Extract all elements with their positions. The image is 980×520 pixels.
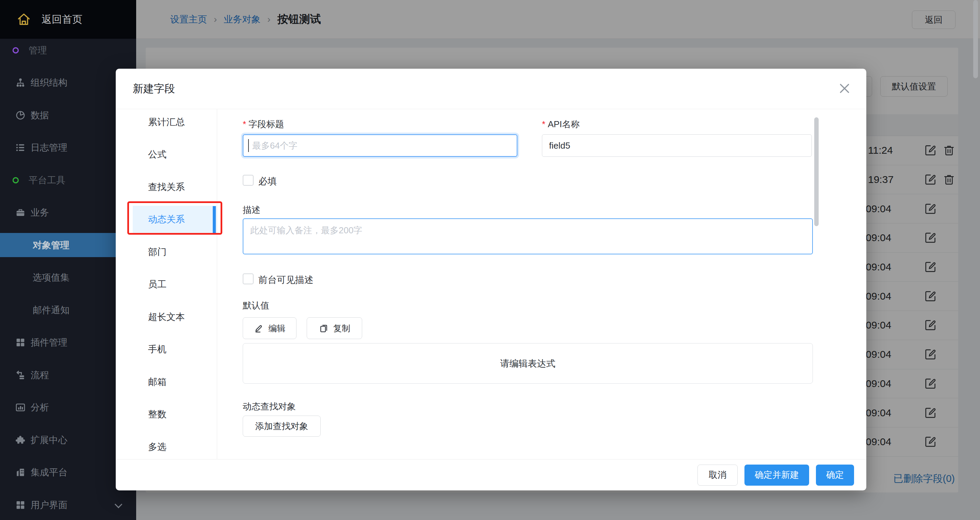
sidebar-brand[interactable]: 返回首页 [0, 0, 136, 39]
new-field-modal: 新建字段 累计汇总 公式 查找关系 [116, 69, 866, 490]
required-asterisk: * [542, 119, 545, 130]
sidebar-item-icon [15, 402, 26, 413]
cancel-button[interactable]: 取消 [697, 465, 738, 486]
viewport-scrollbar[interactable] [973, 0, 978, 78]
sidebar-item-icon [15, 110, 26, 121]
field-type-list: 累计汇总 公式 查找关系 动态关系 部门 [133, 109, 217, 459]
field-type-item[interactable]: 查找关系 [133, 171, 217, 203]
sidebar-item-label: 组织结构 [31, 76, 67, 89]
add-lookup-object-button[interactable]: 添加查找对象 [243, 415, 321, 437]
field-type-item[interactable]: 累计汇总 [133, 109, 217, 138]
required-checkbox[interactable] [243, 175, 254, 186]
field-type-label: 查找关系 [148, 181, 185, 193]
sidebar-brand-label: 返回首页 [41, 13, 83, 27]
api-name-input[interactable] [542, 134, 812, 157]
field-type-item[interactable]: 多选 [133, 431, 217, 459]
sidebar-item-label: 插件管理 [31, 336, 67, 349]
sidebar-item-icon [11, 176, 20, 184]
description-label: 描述 [243, 204, 260, 216]
required-asterisk: * [243, 119, 246, 130]
sidebar-item-label: 日志管理 [31, 141, 67, 154]
list-form-divider [217, 109, 217, 459]
field-type-item[interactable]: 邮箱 [133, 366, 217, 398]
confirm-button[interactable]: 确定 [816, 465, 854, 486]
sidebar-item-icon [15, 337, 26, 348]
field-type-label: 多选 [148, 441, 167, 453]
sidebar-item-label: 扩展中心 [31, 434, 67, 446]
sidebar-item[interactable]: 用户界面 [0, 489, 136, 520]
required-checkbox-label: 必填 [258, 175, 277, 187]
copy-icon [318, 323, 329, 333]
dynamic-lookup-label: 动态查找对象 [243, 401, 296, 412]
sidebar-item-icon [15, 370, 26, 380]
sidebar-item-label: 分析 [31, 401, 49, 414]
field-type-item[interactable]: 部门 [133, 236, 217, 268]
field-type-label: 公式 [148, 148, 167, 160]
sidebar-item-label: 对象管理 [33, 239, 70, 251]
home-icon [16, 12, 31, 27]
modal-title: 新建字段 [133, 69, 175, 109]
field-type-item[interactable]: 动态关系 [133, 203, 217, 236]
field-type-label: 整数 [148, 408, 167, 420]
field-type-item[interactable]: 整数 [133, 398, 217, 431]
front-visible-desc-checkbox[interactable] [243, 273, 254, 284]
sidebar-item-icon [15, 77, 26, 88]
sidebar-item-label: 平台工具 [29, 174, 65, 186]
sidebar-item-icon [15, 499, 26, 510]
modal-body: 累计汇总 公式 查找关系 动态关系 部门 [116, 109, 866, 459]
modal-footer: 取消 确定并新建 确定 [116, 459, 866, 490]
copy-expression-button[interactable]: 复制 [307, 317, 362, 339]
sidebar-item-label: 邮件通知 [33, 304, 70, 316]
sidebar-item-label: 管理 [29, 44, 47, 57]
sidebar-item-label: 业务 [31, 206, 49, 219]
field-type-label: 手机 [148, 343, 167, 355]
front-visible-desc-label: 前台可见描述 [258, 274, 313, 286]
field-type-label: 累计汇总 [148, 116, 185, 128]
text-cursor [248, 139, 249, 152]
sidebar-item-label: 数据 [31, 109, 49, 121]
sidebar-item-icon [15, 207, 26, 218]
expression-placeholder: 请编辑表达式 [500, 357, 555, 370]
close-icon[interactable] [838, 82, 851, 95]
sidebar-item-icon [15, 142, 26, 153]
sidebar-item[interactable]: 管理 [0, 34, 136, 67]
api-name-label: * API名称 [542, 118, 580, 130]
sidebar-item-icon [15, 434, 26, 445]
field-type-item[interactable]: 公式 [133, 138, 217, 171]
confirm-and-new-button[interactable]: 确定并新建 [745, 465, 809, 486]
expression-box[interactable]: 请编辑表达式 [243, 343, 813, 384]
description-textarea[interactable] [243, 218, 813, 254]
sidebar-item-icon [11, 46, 20, 54]
sidebar-item-icon [15, 467, 26, 478]
edit-expression-button[interactable]: 编辑 [243, 317, 296, 339]
app-root: 设置主页 › 业务对象 › 按钮测试 返回 默认值设置 11 [0, 0, 980, 520]
field-type-item[interactable]: 手机 [133, 333, 217, 366]
field-title-label: * 字段标题 [243, 118, 284, 130]
field-type-label: 邮箱 [148, 376, 167, 388]
field-type-label: 部门 [148, 246, 167, 258]
sidebar-item-label: 选项值集 [33, 271, 70, 284]
sidebar-item-label: 流程 [31, 369, 49, 381]
default-value-label: 默认值 [243, 300, 269, 312]
field-title-input[interactable] [243, 134, 517, 157]
modal-scrollbar[interactable] [814, 117, 819, 226]
field-type-item[interactable]: 员工 [133, 268, 217, 301]
field-type-item[interactable]: 超长文本 [133, 301, 217, 333]
sidebar-item-label: 集成平台 [31, 466, 67, 479]
pencil-icon [254, 323, 264, 333]
sidebar-item-label: 用户界面 [31, 499, 67, 511]
field-type-label: 员工 [148, 278, 167, 290]
field-type-label: 动态关系 [148, 213, 185, 225]
field-type-label: 超长文本 [148, 311, 185, 323]
